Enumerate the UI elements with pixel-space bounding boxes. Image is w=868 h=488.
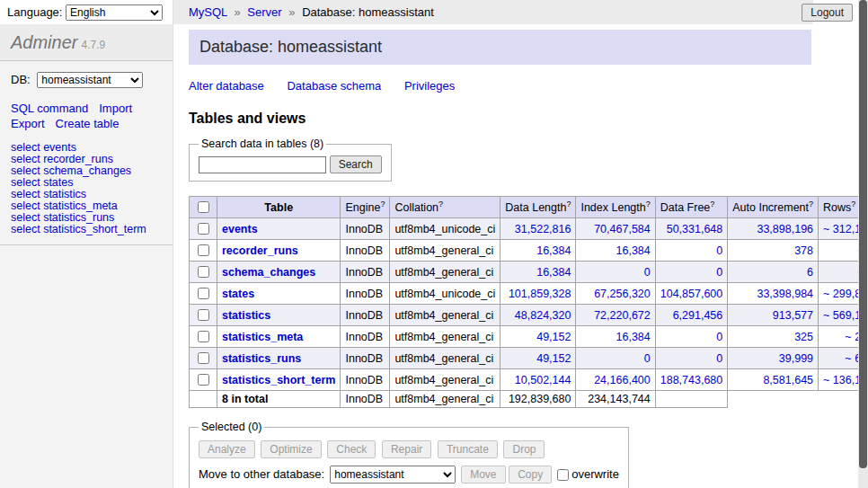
table-row: events InnoDB utf8mb4_unicode_ci 31,522,…: [190, 218, 859, 240]
engine-cell: InnoDB: [341, 240, 390, 262]
breadcrumb-separator: »: [234, 5, 240, 19]
row-checkbox[interactable]: [198, 288, 209, 299]
table-name-link[interactable]: events: [222, 223, 258, 235]
data-free-cell: 0: [655, 240, 728, 262]
auto-increment-cell: 33,398,984: [728, 283, 819, 305]
data-length-cell: 16,384: [500, 262, 576, 283]
row-checkbox[interactable]: [198, 223, 209, 235]
index-length-cell: 0: [576, 262, 655, 283]
overwrite-checkbox[interactable]: [557, 469, 569, 481]
col-auto-increment[interactable]: Auto Increment?: [728, 197, 819, 218]
privileges-link[interactable]: Privileges: [404, 79, 455, 93]
sidebar-tables-list: select events select recorder_runs selec…: [0, 135, 173, 245]
move-button[interactable]: Move: [461, 466, 505, 484]
page-title: Database: homeassistant: [189, 30, 811, 65]
rows-cell[interactable]: ~ 628: [819, 348, 858, 369]
table-row: statistics_meta InnoDB utf8mb4_general_c…: [190, 326, 859, 348]
row-checkbox[interactable]: [198, 244, 209, 256]
total-data-length: 192,839,680: [500, 391, 576, 408]
db-select[interactable]: homeassistant: [37, 72, 143, 88]
table-name-link[interactable]: statistics_runs: [222, 352, 301, 365]
table-name-link[interactable]: states: [222, 288, 254, 300]
rows-cell[interactable]: ~ 3: [819, 262, 858, 283]
table-name-link[interactable]: schema_changes: [222, 266, 315, 279]
collation-cell: utf8mb4_general_ci: [390, 240, 500, 262]
col-collation[interactable]: Collation?: [390, 197, 500, 218]
rows-cell[interactable]: ~ 136,108: [819, 369, 858, 391]
breadcrumb-server-link[interactable]: Server: [247, 5, 281, 19]
database-schema-link[interactable]: Database schema: [287, 79, 381, 93]
table-row: statistics_short_term InnoDB utf8mb4_gen…: [190, 369, 859, 391]
data-free-cell: 0: [655, 262, 728, 283]
rows-cell[interactable]: ~ 244: [819, 326, 858, 348]
move-database-select[interactable]: homeassistant: [330, 466, 456, 484]
total-data-free: [655, 391, 728, 408]
vertical-scrollbar[interactable]: [858, 0, 868, 488]
alter-database-link[interactable]: Alter database: [189, 79, 264, 93]
sidebar-select-statistics-short-term[interactable]: select statistics_short_term: [11, 224, 162, 235]
collation-cell: utf8mb4_general_ci: [390, 262, 500, 283]
language-select[interactable]: English: [66, 4, 163, 21]
topbar: MySQL » Server » Database: homeassistant…: [173, 0, 858, 24]
col-index-length[interactable]: Index Length?: [576, 197, 655, 218]
table-name-link[interactable]: statistics: [222, 309, 270, 322]
engine-cell: InnoDB: [341, 348, 390, 369]
col-data-length[interactable]: Data Length?: [500, 197, 576, 218]
data-length-cell: 10,502,144: [500, 369, 576, 391]
table-name-link[interactable]: statistics_meta: [222, 331, 303, 343]
index-length-cell: 70,467,584: [576, 218, 655, 240]
select-all-checkbox[interactable]: [198, 201, 209, 213]
row-checkbox[interactable]: [198, 266, 209, 278]
col-rows[interactable]: Rows?: [819, 197, 858, 218]
rows-cell[interactable]: ~ 299,833: [819, 283, 858, 305]
engine-cell: InnoDB: [341, 369, 390, 391]
breadcrumb-mysql-link[interactable]: MySQL: [189, 5, 227, 19]
search-fieldset: Search data in tables (8) Search: [189, 138, 392, 182]
engine-cell: InnoDB: [341, 305, 390, 326]
table-row: statistics InnoDB utf8mb4_general_ci 48,…: [190, 305, 859, 326]
row-checkbox[interactable]: [198, 352, 209, 364]
total-collation: utf8mb4_general_ci: [390, 391, 500, 408]
copy-button[interactable]: Copy: [509, 466, 552, 484]
selected-fieldset: Selected (0) Analyze Optimize Check Repa…: [189, 421, 629, 488]
logout-button[interactable]: Logout: [802, 4, 853, 22]
sidebar: Language: English Adminer4.7.9 DB: homea…: [0, 0, 173, 488]
collation-cell: utf8mb4_unicode_ci: [390, 218, 500, 240]
main-content: Database: homeassistant Alter database D…: [173, 24, 858, 488]
table-name-link[interactable]: statistics_short_term: [222, 374, 335, 386]
rows-cell[interactable]: ~ 312,180: [819, 218, 858, 240]
breadcrumb-current: Database: homeassistant: [302, 5, 434, 19]
check-button[interactable]: Check: [327, 440, 376, 458]
table-row: statistics_runs InnoDB utf8mb4_general_c…: [190, 348, 859, 369]
row-checkbox[interactable]: [198, 374, 209, 386]
data-free-cell: 6,291,456: [655, 305, 728, 326]
auto-increment-cell: 39,999: [728, 348, 819, 369]
sql-command-link[interactable]: SQL command: [11, 102, 88, 115]
export-link[interactable]: Export: [11, 117, 45, 130]
row-checkbox[interactable]: [198, 331, 209, 342]
analyze-button[interactable]: Analyze: [199, 440, 255, 458]
optimize-button[interactable]: Optimize: [261, 440, 321, 458]
auto-increment-cell: 8,581,645: [728, 369, 819, 391]
data-length-cell: 49,152: [500, 326, 576, 348]
col-engine[interactable]: Engine?: [341, 197, 390, 218]
data-free-cell: 104,857,600: [655, 283, 728, 305]
app-version: 4.7.9: [81, 39, 105, 51]
create-table-link[interactable]: Create table: [56, 117, 120, 130]
sidebar-actions: SQL commandImport ExportCreate table: [0, 92, 173, 135]
table-name-link[interactable]: recorder_runs: [222, 244, 298, 257]
drop-button[interactable]: Drop: [503, 440, 545, 458]
search-button[interactable]: Search: [330, 155, 382, 173]
import-link[interactable]: Import: [99, 102, 132, 115]
row-checkbox[interactable]: [198, 309, 209, 321]
search-input[interactable]: [199, 156, 326, 173]
data-length-cell: 16,384: [500, 240, 576, 262]
rows-cell[interactable]: ~ 5: [819, 240, 858, 262]
truncate-button[interactable]: Truncate: [438, 440, 498, 458]
data-length-cell: 101,859,328: [500, 283, 576, 305]
rows-cell[interactable]: ~ 569,159: [819, 305, 858, 326]
scrollbar-thumb[interactable]: [859, 0, 867, 468]
repair-button[interactable]: Repair: [382, 440, 431, 458]
col-data-free[interactable]: Data Free?: [655, 197, 728, 218]
language-row: Language: English: [0, 0, 173, 24]
